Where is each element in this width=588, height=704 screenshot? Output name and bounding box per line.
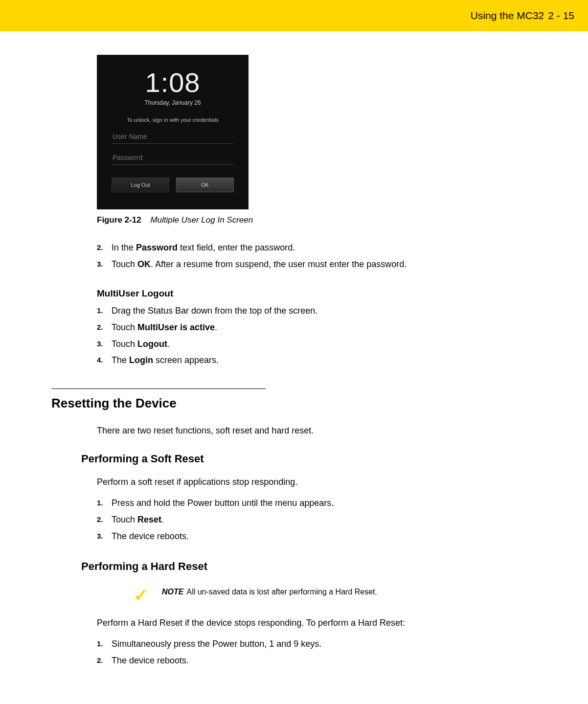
header-page-number: 2 - 15 bbox=[548, 10, 574, 22]
section-divider bbox=[51, 388, 266, 389]
lockscreen-clock: 1:08 bbox=[145, 67, 201, 98]
list-text: In the Password text field, enter the pa… bbox=[112, 241, 295, 255]
list-number: 1. bbox=[97, 637, 112, 652]
note-body: All un-saved data is lost after performi… bbox=[186, 588, 377, 596]
list-number: 1. bbox=[97, 496, 112, 511]
list-number: 2. bbox=[97, 654, 112, 668]
figure-number: Figure 2-12 bbox=[97, 215, 141, 225]
page-header: Using the MC32 2 - 15 bbox=[0, 0, 588, 31]
list-number: 2. bbox=[97, 320, 112, 335]
lockscreen-button-row: Log Out OK bbox=[112, 178, 234, 192]
figure-container: 1:08 Thursday, January 26 To unlock, sig… bbox=[97, 55, 538, 225]
soft-reset-intro: Perform a soft reset if applications sto… bbox=[97, 477, 538, 487]
multiuser-logout-heading: MultiUser Logout bbox=[97, 288, 538, 299]
hard-reset-heading: Performing a Hard Reset bbox=[81, 560, 538, 573]
list-number: 1. bbox=[97, 304, 112, 318]
username-field[interactable] bbox=[112, 129, 234, 144]
list-number: 2. bbox=[97, 241, 112, 255]
list-number: 3. bbox=[97, 337, 112, 352]
reset-intro-text: There are two reset functions, soft rese… bbox=[97, 426, 538, 436]
note-block: ✓ NOTEAll un-saved data is lost after pe… bbox=[134, 588, 538, 604]
list-text: The device reboots. bbox=[112, 654, 189, 668]
reset-section-title: Resetting the Device bbox=[51, 396, 538, 411]
list-item: 2.In the Password text field, enter the … bbox=[97, 241, 538, 255]
lockscreen-date: Thursday, January 26 bbox=[144, 99, 201, 106]
logout-button[interactable]: Log Out bbox=[112, 178, 169, 192]
list-text: Touch OK. After a resume from suspend, t… bbox=[112, 257, 407, 272]
list-item: 4.The Login screen appears. bbox=[97, 353, 538, 368]
note-label: NOTE bbox=[162, 588, 183, 596]
list-item: 2.Touch Reset. bbox=[97, 513, 538, 527]
lockscreen-hint: To unlock, sign in with your credentials bbox=[127, 117, 219, 123]
hard-reset-intro: Perform a Hard Reset if the device stops… bbox=[97, 618, 538, 628]
list-number: 3. bbox=[97, 529, 112, 544]
list-item: 3.The device reboots. bbox=[97, 529, 538, 544]
list-item: 1.Simultaneously press the Power button,… bbox=[97, 637, 538, 652]
list-item: 1.Press and hold the Power button until … bbox=[97, 496, 538, 511]
logout-steps-list: 1.Drag the Status Bar down from the top … bbox=[97, 304, 538, 368]
list-text: Simultaneously press the Power button, 1… bbox=[112, 637, 321, 652]
hard-reset-steps-list: 1.Simultaneously press the Power button,… bbox=[97, 637, 538, 668]
page-body: 1:08 Thursday, January 26 To unlock, sig… bbox=[50, 31, 538, 668]
list-item: 3.Touch Logout. bbox=[97, 337, 538, 352]
soft-reset-heading: Performing a Soft Reset bbox=[81, 453, 538, 465]
list-text: Press and hold the Power button until th… bbox=[112, 496, 334, 511]
figure-title: Multiple User Log In Screen bbox=[150, 215, 253, 225]
list-text: Touch Logout. bbox=[112, 337, 170, 352]
list-text: Touch Reset. bbox=[112, 513, 164, 527]
ok-button[interactable]: OK bbox=[176, 178, 234, 192]
lockscreen-figure: 1:08 Thursday, January 26 To unlock, sig… bbox=[97, 55, 249, 209]
list-number: 3. bbox=[97, 257, 112, 272]
list-item: 2.Touch MultiUser is active. bbox=[97, 320, 538, 335]
list-text: The device reboots. bbox=[112, 529, 189, 544]
note-text: NOTEAll un-saved data is lost after perf… bbox=[162, 588, 377, 596]
list-item: 1.Drag the Status Bar down from the top … bbox=[97, 304, 538, 318]
list-item: 3.Touch OK. After a resume from suspend,… bbox=[97, 257, 538, 272]
list-number: 2. bbox=[97, 513, 112, 527]
login-steps-list: 2.In the Password text field, enter the … bbox=[97, 241, 538, 272]
password-field[interactable] bbox=[112, 150, 234, 165]
list-number: 4. bbox=[97, 353, 112, 368]
figure-caption: Figure 2-12 Multiple User Log In Screen bbox=[97, 215, 538, 225]
list-item: 2.The device reboots. bbox=[97, 654, 538, 668]
check-icon: ✓ bbox=[134, 587, 148, 604]
list-text: Touch MultiUser is active. bbox=[112, 320, 217, 335]
list-text: The Login screen appears. bbox=[112, 353, 219, 368]
list-text: Drag the Status Bar down from the top of… bbox=[112, 304, 317, 318]
soft-reset-steps-list: 1.Press and hold the Power button until … bbox=[97, 496, 538, 544]
header-chapter: Using the MC32 bbox=[471, 10, 544, 22]
